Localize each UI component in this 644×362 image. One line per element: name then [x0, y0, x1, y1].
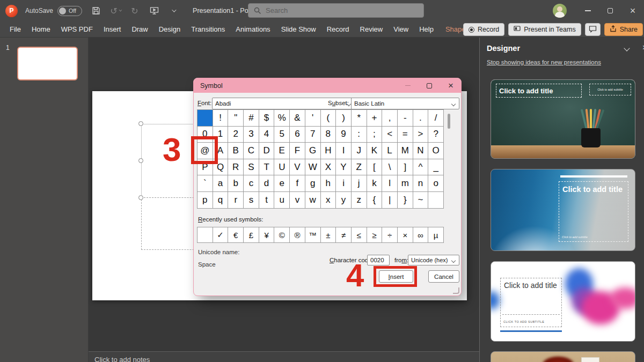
symbol-cell[interactable]: C: [244, 143, 259, 159]
symbol-cell[interactable]: E: [274, 143, 290, 159]
symbol-cell[interactable]: 5: [274, 127, 290, 143]
symbol-cell[interactable]: ~: [413, 192, 429, 209]
symbol-cell[interactable]: z: [352, 192, 367, 209]
symbol-cell[interactable]: c: [244, 175, 259, 192]
symbol-cell[interactable]: Z: [352, 159, 367, 176]
symbol-cell[interactable]: k: [367, 175, 383, 192]
present-in-teams-button[interactable]: Present in Teams: [508, 23, 581, 36]
symbol-cell[interactable]: ?: [428, 127, 444, 143]
symbol-cell[interactable]: u: [274, 192, 290, 209]
symbol-cell[interactable]: e: [274, 175, 290, 192]
recent-symbol-cell[interactable]: [197, 227, 213, 243]
symbol-cell[interactable]: ;: [367, 127, 383, 143]
symbol-cell[interactable]: (: [321, 110, 336, 127]
ribbon-tab-insert[interactable]: Insert: [98, 25, 127, 33]
dialog-maximize-icon[interactable]: [427, 83, 432, 88]
symbol-cell[interactable]: f: [290, 175, 305, 192]
symbol-cell[interactable]: ): [336, 110, 352, 127]
symbol-cell[interactable]: X: [321, 159, 336, 176]
symbol-cell[interactable]: W: [305, 159, 321, 176]
symbol-cell[interactable]: N: [413, 143, 429, 159]
autosave-toggle[interactable]: Off: [57, 6, 82, 16]
symbol-cell[interactable]: B: [228, 143, 244, 159]
symbol-cell[interactable]: G: [305, 143, 321, 159]
symbol-cell[interactable]: <: [382, 127, 398, 143]
symbol-cell[interactable]: 2: [228, 127, 244, 143]
subset-dropdown[interactable]: Basic Latin: [351, 98, 459, 109]
stop-showing-ideas-link[interactable]: Stop showing ideas for new presentations: [487, 59, 601, 65]
dialog-close-icon[interactable]: ×: [448, 81, 453, 90]
ribbon-tab-view[interactable]: View: [388, 25, 414, 33]
symbol-cell[interactable]: }: [398, 192, 413, 209]
symbol-grid-scrollbar[interactable]: [448, 109, 450, 211]
symbol-cell[interactable]: {: [367, 192, 383, 209]
symbol-cell[interactable]: O: [428, 143, 444, 159]
symbol-cell[interactable]: 4: [259, 127, 275, 143]
symbol-cell[interactable]: *: [352, 110, 367, 127]
symbol-cell[interactable]: w: [305, 192, 321, 209]
symbol-cell[interactable]: -: [398, 110, 413, 127]
recent-symbol-cell[interactable]: ¥: [259, 227, 275, 243]
symbol-cell[interactable]: 9: [336, 127, 352, 143]
design-thumbnail-chalkboard[interactable]: Click to add title Click to add subtitle: [491, 79, 635, 159]
ribbon-tab-help[interactable]: Help: [414, 25, 439, 33]
ribbon-tab-record[interactable]: Record: [321, 25, 355, 33]
symbol-cell[interactable]: L: [382, 143, 398, 159]
recent-symbol-cell[interactable]: ±: [321, 227, 336, 243]
design-thumbnail-parchment[interactable]: [491, 351, 635, 362]
symbol-cell[interactable]: R: [228, 159, 244, 176]
recent-symbol-cell[interactable]: ©: [274, 227, 290, 243]
symbol-cell[interactable]: 7: [305, 127, 321, 143]
recent-symbol-cell[interactable]: ÷: [382, 227, 398, 243]
symbol-cell[interactable]: T: [259, 159, 275, 176]
comments-button[interactable]: [585, 23, 601, 36]
ribbon-tab-home[interactable]: Home: [26, 25, 56, 33]
ribbon-tab-wps-pdf[interactable]: WPS PDF: [56, 25, 98, 33]
symbol-cell[interactable]: p: [197, 192, 213, 209]
symbol-cell[interactable]: d: [259, 175, 275, 192]
symbol-cell[interactable]: `: [197, 175, 213, 192]
symbol-cell[interactable]: ': [305, 110, 321, 127]
cancel-button[interactable]: Cancel: [428, 270, 459, 283]
resize-handle-top-left[interactable]: [138, 121, 143, 126]
symbol-cell[interactable]: _: [428, 159, 444, 176]
symbol-cell[interactable]: t: [259, 192, 275, 209]
window-close-button[interactable]: ×: [621, 0, 644, 21]
window-maximize-button[interactable]: [599, 0, 621, 21]
symbol-cell[interactable]: 6: [290, 127, 305, 143]
symbol-cell[interactable]: K: [367, 143, 383, 159]
symbol-cell[interactable]: i: [336, 175, 352, 192]
symbol-cell[interactable]: o: [428, 175, 444, 192]
symbol-cell[interactable]: =: [398, 127, 413, 143]
record-button[interactable]: Record: [463, 23, 504, 36]
symbol-cell[interactable]: j: [352, 175, 367, 192]
dialog-resize-grip[interactable]: [453, 287, 459, 294]
recent-symbol-cell[interactable]: ™: [305, 227, 321, 243]
symbol-cell[interactable]: H: [321, 143, 336, 159]
symbol-cell[interactable]: a: [213, 175, 229, 192]
ribbon-tab-review[interactable]: Review: [355, 25, 389, 33]
ribbon-tab-slide-show[interactable]: Slide Show: [276, 25, 321, 33]
symbol-cell[interactable]: M: [398, 143, 413, 159]
from-dropdown[interactable]: Unicode (hex): [408, 255, 459, 265]
symbol-cell[interactable]: s: [244, 192, 259, 209]
design-thumbnail-ink[interactable]: Click to add title CLICK TO ADD SUBTITLE: [491, 261, 635, 342]
ribbon-tab-draw[interactable]: Draw: [126, 25, 153, 33]
symbol-cell[interactable]: I: [336, 143, 352, 159]
ribbon-tab-file[interactable]: File: [4, 25, 26, 33]
symbol-cell[interactable]: ": [228, 110, 244, 127]
undo-icon[interactable]: ↺: [110, 5, 121, 16]
symbol-cell[interactable]: b: [228, 175, 244, 192]
recent-symbol-cell[interactable]: ≥: [367, 227, 383, 243]
symbol-cell[interactable]: x: [321, 192, 336, 209]
ribbon-tab-design[interactable]: Design: [153, 25, 186, 33]
recent-symbol-cell[interactable]: ≠: [336, 227, 352, 243]
slide-1-thumbnail[interactable]: [17, 47, 78, 80]
symbol-cell[interactable]: ,: [382, 110, 398, 127]
designer-close-icon[interactable]: ×: [642, 43, 644, 53]
recent-symbol-cell[interactable]: ∞: [413, 227, 429, 243]
symbol-cell[interactable]: S: [244, 159, 259, 176]
symbol-cell[interactable]: 3: [244, 127, 259, 143]
symbol-cell[interactable]: [: [367, 159, 383, 176]
symbol-cell[interactable]: g: [305, 175, 321, 192]
